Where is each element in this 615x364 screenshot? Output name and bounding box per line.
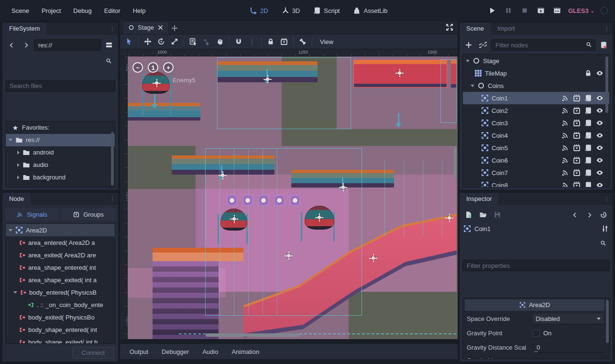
group-icon[interactable] xyxy=(573,132,581,139)
chevron-down-icon[interactable] xyxy=(9,139,12,141)
visibility-eye-icon[interactable] xyxy=(596,169,604,176)
tab-inspector[interactable]: Inspector xyxy=(460,193,498,205)
visibility-eye-icon[interactable] xyxy=(596,94,604,102)
tab-stage-scene[interactable]: Stage xyxy=(123,22,168,34)
rotate-tool-button[interactable] xyxy=(155,36,167,47)
visibility-eye-icon[interactable] xyxy=(596,144,604,152)
signals-tab[interactable]: Signals xyxy=(5,208,59,221)
canvas-vscrollbar[interactable] xyxy=(454,147,457,178)
play-scene-button[interactable] xyxy=(536,5,546,16)
node-tilemap[interactable]: TileMap xyxy=(463,67,609,79)
pan-tool-button[interactable] xyxy=(214,36,226,47)
instance-scene-button[interactable] xyxy=(477,39,489,51)
output-button[interactable]: Output xyxy=(125,346,153,358)
menu-help[interactable]: Help xyxy=(128,5,151,17)
scene-tree-scrollbar[interactable] xyxy=(605,56,608,113)
history-back-button[interactable] xyxy=(5,39,18,51)
panel-menu-icon[interactable]: ⋮ xyxy=(110,196,115,202)
tree-item-res[interactable]: res:// xyxy=(6,134,115,146)
group-object-button[interactable] xyxy=(278,36,290,47)
audio-button[interactable]: Audio xyxy=(198,346,223,358)
signal-item[interactable]: body_shape_entered( int xyxy=(6,323,115,336)
node-coin1[interactable]: Coin1 xyxy=(463,92,609,104)
filter-properties-input[interactable] xyxy=(462,260,610,271)
group-icon[interactable] xyxy=(573,181,581,188)
move-tool-button[interactable] xyxy=(142,36,154,47)
chevron-down-icon[interactable] xyxy=(466,60,470,62)
position-gizmo[interactable] xyxy=(219,171,227,179)
node-coin2[interactable]: Coin2 xyxy=(463,104,609,117)
history-forward-icon[interactable] xyxy=(583,209,595,221)
script-icon[interactable] xyxy=(584,94,592,102)
list-select-tool-button[interactable] xyxy=(187,36,199,47)
signal-connection-icon[interactable] xyxy=(561,132,569,139)
coin-sprite[interactable] xyxy=(274,195,285,206)
group-icon[interactable] xyxy=(573,156,581,164)
menu-debug[interactable]: Debug xyxy=(68,5,96,17)
signal-item[interactable]: body_exited( PhysicsBo xyxy=(6,311,115,323)
position-gizmo[interactable] xyxy=(339,183,347,191)
space-override-dropdown[interactable]: Disabled xyxy=(533,314,604,324)
coin-sprite[interactable] xyxy=(290,195,300,206)
search-files-input[interactable] xyxy=(5,80,115,92)
coin-sprite[interactable] xyxy=(227,195,237,206)
split-mode-icon[interactable] xyxy=(103,39,115,51)
script-icon[interactable] xyxy=(584,119,592,127)
group-icon[interactable] xyxy=(573,169,581,176)
node-coin5[interactable]: Coin5 xyxy=(463,142,609,154)
position-gizmo[interactable] xyxy=(445,214,453,222)
load-resource-icon[interactable] xyxy=(477,209,489,221)
panel-menu-icon[interactable]: ⋮ xyxy=(604,196,610,202)
lock-icon[interactable] xyxy=(584,69,592,77)
script-icon[interactable] xyxy=(584,181,592,188)
signal-connection-icon[interactable] xyxy=(561,144,569,152)
gravity-distance-field[interactable]: 0 xyxy=(533,342,604,353)
distraction-free-icon[interactable] xyxy=(446,23,453,33)
tab-node[interactable]: Node xyxy=(2,193,31,205)
debugger-button[interactable]: Debugger xyxy=(157,346,194,358)
script-icon[interactable] xyxy=(584,156,592,164)
signal-connection-icon[interactable] xyxy=(561,169,569,176)
zoom-out-button[interactable]: − xyxy=(132,62,143,73)
node-coin7[interactable]: Coin7 xyxy=(463,166,609,179)
visibility-eye-icon[interactable] xyxy=(596,119,604,127)
chevron-right-icon[interactable] xyxy=(17,176,20,179)
position-gizmo[interactable] xyxy=(395,69,404,77)
position-gizmo[interactable] xyxy=(230,215,238,223)
chevron-down-icon[interactable] xyxy=(471,85,474,87)
close-icon[interactable] xyxy=(157,24,164,31)
visibility-eye-icon[interactable] xyxy=(596,69,604,77)
select-tool-button[interactable] xyxy=(123,36,135,47)
history-forward-button[interactable] xyxy=(20,39,32,51)
new-scene-tab-button[interactable] xyxy=(168,22,181,34)
filter-nodes-input[interactable] xyxy=(491,39,595,51)
panel-menu-icon[interactable]: ⋮ xyxy=(604,25,610,32)
group-icon[interactable] xyxy=(573,119,581,127)
groups-tab[interactable]: Groups xyxy=(62,208,115,221)
signal-connection-item[interactable]: . :: _on_coin_body_ente xyxy=(6,298,115,311)
snap-toggle-button[interactable] xyxy=(232,36,245,47)
script-icon[interactable] xyxy=(584,107,592,114)
snap-options-icon[interactable]: ⋮ xyxy=(246,36,258,47)
node-coin3[interactable]: Coin3 xyxy=(463,117,609,129)
path-field[interactable] xyxy=(34,39,101,51)
signal-item[interactable]: area_shape_exited( int a xyxy=(6,274,115,286)
position-select-tool-button[interactable] xyxy=(200,36,213,47)
add-node-button[interactable] xyxy=(462,39,475,51)
connect-button[interactable]: Connect xyxy=(72,347,114,359)
script-icon[interactable] xyxy=(584,169,592,176)
tree-item-background[interactable]: background xyxy=(6,171,115,184)
zoom-in-button[interactable]: + xyxy=(163,62,174,73)
history-back-icon[interactable] xyxy=(569,209,581,221)
chevron-right-icon[interactable] xyxy=(17,163,20,167)
menu-project[interactable]: Project xyxy=(37,5,66,17)
menu-editor[interactable]: Editor xyxy=(99,5,125,17)
group-icon[interactable] xyxy=(573,107,581,114)
play-button[interactable] xyxy=(487,5,497,16)
tree-item-android[interactable]: android xyxy=(6,146,115,159)
inspector-scrollbar[interactable] xyxy=(606,300,609,343)
lock-object-button[interactable] xyxy=(264,36,277,47)
canvas-hscrollbar[interactable] xyxy=(206,333,299,337)
node-coin6[interactable]: Coin6 xyxy=(463,154,609,166)
coin-sprite[interactable] xyxy=(242,195,253,206)
